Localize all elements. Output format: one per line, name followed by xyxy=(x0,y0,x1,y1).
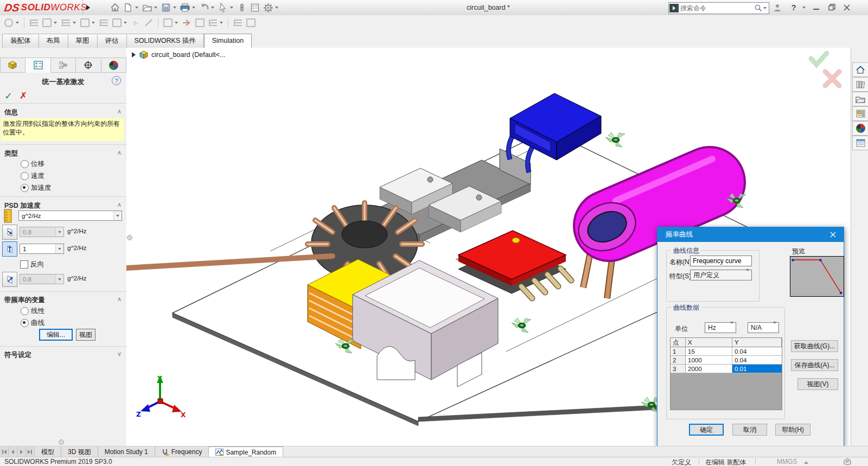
simulation-list-icon[interactable] xyxy=(28,17,40,29)
tab-sample-random[interactable]: Sample_Random xyxy=(209,446,283,457)
dir1-value-combo[interactable]: 0.8 xyxy=(20,227,64,237)
home-icon[interactable] xyxy=(108,1,122,14)
select-icon[interactable] xyxy=(216,1,229,14)
thermal-loads-icon[interactable] xyxy=(60,17,72,29)
last-tab-button[interactable] xyxy=(26,446,35,457)
study-filter-caret[interactable] xyxy=(16,22,19,24)
frequency-curve-dialog[interactable]: 频率曲线 曲线信息 名称(N) 特型(S) 用户定义 预览 曲线数据 单位 Hz… xyxy=(657,227,844,449)
design-library-icon[interactable] xyxy=(852,92,868,106)
freq-var-collapse-chevron[interactable]: ∧ xyxy=(117,296,122,303)
save-curve-button[interactable]: 保存曲线(A)... xyxy=(791,359,838,371)
tab-evaluate[interactable]: 评估 xyxy=(97,34,126,48)
search-input[interactable] xyxy=(679,4,754,12)
open-icon[interactable] xyxy=(141,1,154,14)
options-gear-icon[interactable] xyxy=(261,1,275,14)
close-button[interactable] xyxy=(840,0,854,15)
search-scope-icon[interactable] xyxy=(669,4,679,12)
ok-button[interactable]: 确定 xyxy=(689,424,724,436)
curve-shape-select[interactable]: 用户定义 xyxy=(690,270,752,280)
get-curve-button[interactable]: 获取曲线(G)... xyxy=(791,340,838,352)
save-caret[interactable] xyxy=(173,7,176,9)
radio-velocity-label[interactable]: 速度 xyxy=(31,171,44,181)
breadcrumb[interactable]: circuit_board (Default<... xyxy=(132,50,226,59)
undo-caret[interactable] xyxy=(211,7,214,9)
plot-results-icon[interactable] xyxy=(207,17,219,29)
minimize-button[interactable] xyxy=(809,0,824,15)
units-status[interactable]: MMGS xyxy=(777,458,797,465)
unit-x-select[interactable]: Hz xyxy=(705,322,736,333)
appearances-scenes-icon[interactable] xyxy=(852,121,868,136)
study-advisor-caret[interactable] xyxy=(54,22,57,24)
row3-point[interactable]: 3 xyxy=(671,365,686,373)
dimxpert-manager-tab[interactable] xyxy=(76,58,101,73)
info-collapse-chevron[interactable]: ∧ xyxy=(117,108,122,115)
options-list-icon[interactable] xyxy=(248,1,261,14)
dir3-value-combo[interactable]: 0.8 xyxy=(20,274,64,284)
save-icon[interactable] xyxy=(159,1,173,14)
pm-ok-check-icon[interactable]: ✓ xyxy=(4,90,12,102)
search-caret[interactable] xyxy=(763,7,767,9)
logo-flyout-button[interactable] xyxy=(82,0,93,15)
radio-displacement[interactable] xyxy=(21,160,29,168)
run-study-icon[interactable] xyxy=(181,17,193,29)
tab-assembly[interactable]: 装配体 xyxy=(2,34,39,48)
help-button[interactable]: ? xyxy=(787,0,801,15)
curve-data-table[interactable]: 点 X Y 1 15 0.04 2 1000 0.04 3 2000 0.01 xyxy=(670,337,782,410)
tab-simulation[interactable]: Simulation xyxy=(204,34,252,48)
display-manager-tab[interactable] xyxy=(101,58,126,73)
next-tab-button[interactable] xyxy=(17,446,26,457)
symbol-expand-chevron[interactable]: ∨ xyxy=(117,350,122,358)
panel-splitter-handle[interactable] xyxy=(127,235,132,240)
direction3-icon-button[interactable] xyxy=(2,272,17,287)
radio-curve-label[interactable]: 曲线 xyxy=(31,318,44,328)
search-command-box[interactable] xyxy=(668,2,769,14)
home-tab-icon[interactable] xyxy=(852,62,868,77)
feature-manager-tab[interactable] xyxy=(0,58,25,73)
tab-3d-views[interactable]: 3D 视图 xyxy=(61,446,98,457)
radio-linear[interactable] xyxy=(21,307,29,315)
reverse-direction-checkbox[interactable] xyxy=(20,260,28,269)
radio-curve[interactable] xyxy=(21,319,29,327)
search-icon[interactable] xyxy=(754,4,763,12)
type-section-header[interactable]: 类型 xyxy=(4,149,18,158)
study-filter-icon[interactable] xyxy=(3,17,15,29)
tab-model[interactable]: 模型 xyxy=(35,446,61,457)
fixture-symbol[interactable] xyxy=(605,132,625,147)
help-caret[interactable] xyxy=(802,7,806,9)
curve-name-input[interactable] xyxy=(690,256,752,266)
fixtures-icon[interactable] xyxy=(111,17,123,29)
thermal-loads-caret[interactable] xyxy=(73,22,76,24)
restore-button[interactable] xyxy=(825,0,839,15)
select-caret[interactable] xyxy=(230,7,233,9)
rebuild-icon[interactable] xyxy=(235,1,248,14)
confirmation-corner[interactable] xyxy=(811,53,839,86)
tab-layout[interactable]: 布局 xyxy=(39,34,68,48)
print-icon[interactable] xyxy=(178,1,192,14)
pm-cancel-x-icon[interactable]: ✗ xyxy=(20,90,27,101)
row3-x-cell[interactable]: 2000 xyxy=(686,365,732,373)
resources-icon[interactable] xyxy=(852,77,868,92)
tab-sketch[interactable]: 草图 xyxy=(68,34,97,48)
direction1-icon-button[interactable] xyxy=(2,225,17,240)
row1-y-cell[interactable]: 0.04 xyxy=(732,347,782,356)
row2-y-cell[interactable]: 0.04 xyxy=(732,356,782,365)
units-caret-icon[interactable] xyxy=(804,461,808,464)
print-caret[interactable] xyxy=(192,7,195,9)
connections-caret[interactable] xyxy=(92,22,95,24)
copy-results-icon[interactable] xyxy=(194,17,206,29)
table-row[interactable]: 1 15 0.04 xyxy=(671,347,782,356)
plot-results-caret[interactable] xyxy=(220,22,223,24)
breadcrumb-arrow-icon[interactable] xyxy=(132,52,136,58)
undo-icon[interactable] xyxy=(197,1,210,14)
psd-collapse-chevron[interactable]: ∧ xyxy=(117,201,122,208)
tab-motion-study-1[interactable]: Motion Study 1 xyxy=(98,446,155,457)
view-curve-button[interactable]: 视图 xyxy=(76,329,95,341)
file-explorer-icon[interactable] xyxy=(852,106,868,121)
time-step-icon[interactable]: to xyxy=(130,17,142,29)
custom-properties-icon[interactable] xyxy=(852,136,868,150)
new-document-caret[interactable] xyxy=(135,7,138,9)
table-row[interactable]: 2 1000 0.04 xyxy=(671,356,782,365)
prev-tab-button[interactable] xyxy=(9,446,17,457)
radio-acceleration[interactable] xyxy=(21,184,29,192)
pm-help-icon[interactable]: ? xyxy=(112,76,121,85)
